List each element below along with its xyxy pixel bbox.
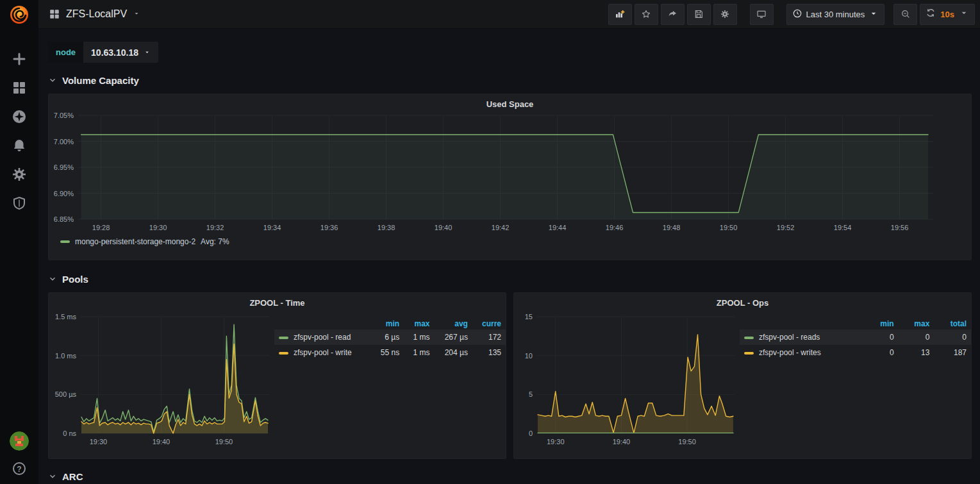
- max-value: 0: [899, 330, 934, 345]
- svg-text:19:50: 19:50: [720, 224, 738, 231]
- series-avg-value: Avg: 7%: [201, 237, 229, 246]
- min-value: 55 ns: [371, 345, 404, 360]
- min-value: 6 µs: [371, 330, 404, 345]
- refresh-icon: [926, 8, 936, 21]
- zpool-time-panel-title[interactable]: ZPOOL - Time: [49, 293, 506, 308]
- current-value: 135: [472, 345, 506, 360]
- dashboard-squares-icon: [49, 8, 60, 20]
- node-caret-down-icon: [144, 47, 151, 58]
- svg-text:7.00%: 7.00%: [54, 138, 74, 146]
- grafana-logo[interactable]: [8, 4, 30, 26]
- user-avatar[interactable]: [10, 431, 29, 451]
- series-marker: [279, 337, 288, 339]
- svg-text:500 µs: 500 µs: [55, 390, 77, 398]
- used-space-panel-title[interactable]: Used Space: [49, 94, 971, 109]
- time-range-caret-down-icon: [868, 8, 879, 21]
- svg-text:19:52: 19:52: [777, 224, 795, 231]
- svg-text:6.85%: 6.85%: [54, 215, 74, 223]
- used-space-legend-item[interactable]: mongo-persistent-storage-mongo-2 Avg: 7%: [60, 237, 971, 246]
- title-caret-down-icon: [133, 8, 140, 20]
- svg-text:19:34: 19:34: [263, 224, 281, 231]
- section-arc[interactable]: ARC: [48, 467, 972, 484]
- dashboard-title-button[interactable]: ZFS-LocalPV: [49, 8, 140, 20]
- zpool-time-panel: ZPOOL - Time 19:3019:4019:500 ns500 µs1.…: [48, 292, 506, 459]
- max-value: 1 ms: [404, 345, 434, 360]
- dashboard-settings-button[interactable]: [713, 4, 737, 25]
- help-icon[interactable]: ?: [12, 461, 27, 476]
- refresh-picker[interactable]: 10s: [920, 4, 975, 25]
- total-value: 187: [934, 345, 971, 360]
- series-label: zfspv-pool - read: [294, 333, 351, 342]
- time-range-picker[interactable]: Last 30 minutes: [786, 4, 885, 25]
- save-dashboard-button[interactable]: [687, 4, 711, 25]
- legend-col-max[interactable]: max: [899, 318, 934, 330]
- svg-text:19:48: 19:48: [663, 224, 681, 231]
- legend-col-min[interactable]: min: [371, 318, 404, 330]
- series-marker: [60, 240, 70, 243]
- dashboards-icon[interactable]: [12, 80, 27, 96]
- zpool-ops-panel-title[interactable]: ZPOOL - Ops: [514, 293, 971, 308]
- configuration-gear-icon[interactable]: [12, 167, 27, 182]
- series-marker: [744, 337, 754, 339]
- max-value: 13: [899, 345, 934, 360]
- svg-text:5: 5: [529, 390, 533, 398]
- dashboard-content: node 10.63.10.18 Volume Capacity Used Sp…: [38, 29, 980, 484]
- svg-text:15: 15: [525, 313, 533, 321]
- section-pools[interactable]: Pools: [48, 269, 972, 288]
- add-panel-button[interactable]: [608, 4, 632, 25]
- max-value: 1 ms: [404, 330, 434, 345]
- series-label: zfspv-pool - reads: [759, 333, 820, 342]
- zoom-out-time-button[interactable]: [893, 4, 917, 25]
- section-title: Volume Capacity: [62, 75, 139, 86]
- avg-value: 204 µs: [435, 345, 472, 360]
- section-volume-capacity[interactable]: Volume Capacity: [48, 71, 972, 90]
- zpool-ops-legend: min max total zfspv-pool - reads 0 0 0: [740, 318, 971, 360]
- zpool-ops-panel: ZPOOL - Ops 19:3019:4019:50051015 min ma…: [513, 292, 972, 459]
- cycle-view-mode-button[interactable]: [750, 4, 774, 25]
- series-label: zfspv-pool - writes: [759, 348, 821, 357]
- time-range-label: Last 30 minutes: [806, 10, 865, 19]
- svg-text:19:54: 19:54: [834, 224, 852, 231]
- top-navbar: ZFS-LocalPV: [38, 0, 980, 29]
- svg-text:19:40: 19:40: [613, 438, 631, 446]
- legend-row: zfspv-pool - writes 0 13 187: [740, 345, 971, 360]
- explore-compass-icon[interactable]: [12, 109, 27, 124]
- create-icon[interactable]: [12, 51, 27, 67]
- svg-text:19:30: 19:30: [90, 438, 108, 446]
- series-marker: [279, 352, 288, 355]
- zpool-ops-chart[interactable]: 19:3019:4019:50051015: [514, 308, 740, 453]
- svg-text:0: 0: [529, 430, 533, 437]
- refresh-interval-label: 10s: [940, 10, 954, 19]
- legend-col-min[interactable]: min: [865, 318, 899, 330]
- star-dashboard-button[interactable]: [635, 4, 658, 25]
- node-variable-picker[interactable]: node 10.63.10.18: [48, 42, 158, 63]
- svg-text:19:50: 19:50: [678, 438, 696, 446]
- node-variable-label: node: [48, 42, 83, 63]
- avg-value: 267 µs: [435, 330, 472, 345]
- section-title: ARC: [62, 471, 83, 482]
- zpool-time-chart[interactable]: 19:3019:4019:500 ns500 µs1.0 ms1.5 ms: [49, 308, 274, 453]
- chevron-down-icon: [48, 274, 57, 283]
- current-value: 172: [472, 330, 506, 345]
- legend-col-current[interactable]: curre: [472, 318, 506, 330]
- legend-col-total[interactable]: total: [934, 318, 971, 330]
- legend-col-avg[interactable]: avg: [435, 318, 472, 330]
- legend-row: zfspv-pool - read 6 µs 1 ms 267 µs 172: [274, 330, 506, 345]
- svg-text:19:46: 19:46: [606, 224, 624, 231]
- svg-text:6.90%: 6.90%: [54, 190, 74, 197]
- legend-col-max[interactable]: max: [404, 318, 434, 330]
- server-admin-shield-icon[interactable]: [12, 196, 27, 211]
- series-marker: [744, 352, 754, 355]
- total-value: 0: [934, 330, 971, 345]
- used-space-chart[interactable]: 19:2819:3019:3219:3419:3619:3819:4019:42…: [49, 109, 952, 237]
- series-label: zfspv-pool - write: [294, 348, 352, 357]
- share-dashboard-button[interactable]: [661, 4, 685, 25]
- svg-text:19:42: 19:42: [492, 224, 510, 231]
- chevron-down-icon: [48, 76, 57, 85]
- clock-icon: [792, 8, 802, 21]
- sidebar: ?: [0, 0, 38, 484]
- alerting-bell-icon[interactable]: [12, 138, 27, 153]
- svg-text:10: 10: [525, 352, 533, 360]
- legend-row: zfspv-pool - write 55 ns 1 ms 204 µs 135: [274, 345, 506, 360]
- svg-text:19:56: 19:56: [891, 224, 909, 231]
